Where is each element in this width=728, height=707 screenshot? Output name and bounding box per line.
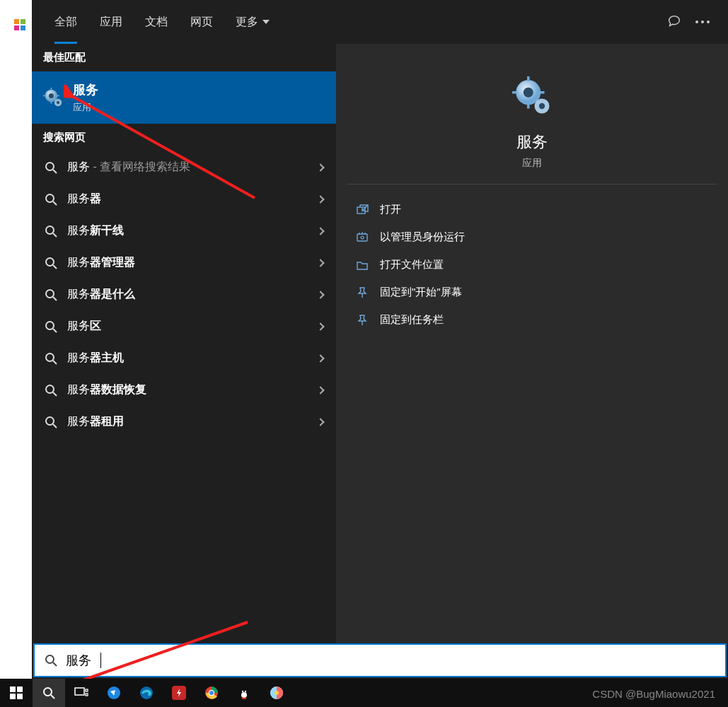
suggestion-text: 服务区 [67,319,308,334]
svg-point-4 [695,21,698,23]
text-cursor [100,653,101,668]
svg-rect-0 [14,19,19,24]
svg-point-43 [361,236,364,239]
chevron-right-icon [316,227,324,235]
options-button[interactable] [688,8,717,36]
web-suggestion-item[interactable]: 服务器 [32,183,336,215]
svg-rect-9 [51,88,52,90]
tab-documents[interactable]: 文档 [134,0,179,44]
search-icon [45,352,57,365]
svg-point-44 [46,655,54,663]
best-match-item[interactable]: 服务 应用 [32,71,336,124]
taskbar-app-edge[interactable] [130,679,163,707]
chevron-right-icon [316,322,324,330]
suggestion-text: 服务 - 查看网络搜索结果 [67,160,308,175]
svg-rect-2 [14,25,19,30]
web-suggestion-item[interactable]: 服务新干线 [32,215,336,247]
search-icon [45,288,57,301]
search-icon [45,416,57,428]
tab-more[interactable]: 更多 [224,0,281,44]
svg-rect-50 [10,694,16,699]
svg-line-20 [53,233,57,237]
start-button[interactable] [0,679,33,707]
search-filter-tabs: 全部 应用 文档 网页 更多 [32,0,728,44]
section-best-match-header: 最佳匹配 [32,44,336,71]
svg-point-65 [242,691,243,692]
pin-icon [356,314,369,327]
action-label: 打开 [380,203,401,216]
svg-rect-51 [17,694,23,699]
svg-point-31 [46,417,54,425]
search-input-box[interactable]: 服务 [33,643,727,677]
task-view-button[interactable] [65,679,98,707]
svg-rect-48 [10,686,16,692]
web-suggestion-item[interactable]: 服务区 [32,310,336,342]
web-suggestion-item[interactable]: 服务器租用 [32,406,336,438]
feedback-button[interactable] [660,8,688,36]
chevron-right-icon [316,163,324,171]
svg-rect-55 [86,689,88,691]
action-open-file-location[interactable]: 打开文件位置 [347,251,717,279]
search-icon [45,320,57,333]
action-pin-to-taskbar[interactable]: 固定到任务栏 [347,306,717,334]
web-suggestion-item[interactable]: 服务器数据恢复 [32,374,336,406]
taskbar-search-button[interactable] [33,679,65,707]
tab-label: 更多 [236,15,258,30]
background-app-icon [13,18,27,32]
pin-icon [356,286,369,299]
taskbar-app-dingtalk[interactable] [98,679,130,707]
open-icon [356,204,369,216]
search-icon [45,384,57,397]
svg-rect-12 [57,95,59,97]
suggestion-text: 服务新干线 [67,223,308,238]
web-suggestion-item[interactable]: 服务 - 查看网络搜索结果 [32,151,336,183]
folder-location-icon [356,259,369,271]
svg-point-29 [46,385,54,393]
svg-line-22 [53,265,57,269]
svg-point-15 [46,163,54,170]
results-list: 最佳匹配 服务 应用 搜索网页 服务 - 查看网络搜索结果 服务器 [32,44,336,643]
taskbar-app-qq[interactable] [228,679,260,707]
suggestion-text: 服务器主机 [67,351,308,366]
svg-point-23 [46,290,54,298]
background-window-strip [0,0,32,679]
svg-point-25 [46,322,54,329]
svg-point-40 [539,103,545,109]
suggestion-text: 服务器是什么 [67,287,308,302]
web-suggestion-item[interactable]: 服务器管理器 [32,247,336,279]
tab-web[interactable]: 网页 [179,0,224,44]
search-icon [45,193,57,206]
svg-rect-10 [51,101,52,104]
taskbar-app-browser[interactable] [260,679,293,707]
detail-pane: 服务 应用 打开 以管理员身份运行 打开文件位置 固定到"开始 [336,44,728,643]
search-icon [45,654,57,667]
tab-all[interactable]: 全部 [43,0,88,44]
web-suggestion-item[interactable]: 服务器是什么 [32,279,336,310]
svg-point-66 [245,691,246,692]
taskbar-app-chrome[interactable] [195,679,228,707]
best-match-subtitle: 应用 [73,101,98,114]
svg-point-64 [241,692,247,698]
svg-rect-38 [540,91,545,94]
tab-apps[interactable]: 应用 [88,0,134,44]
svg-line-45 [53,662,57,666]
svg-line-26 [53,329,57,332]
action-open[interactable]: 打开 [347,196,717,223]
svg-line-32 [53,424,57,428]
chevron-right-icon [316,195,324,203]
svg-rect-11 [43,95,46,97]
chevron-right-icon [316,259,324,267]
tab-label: 应用 [100,15,122,30]
action-run-as-admin[interactable]: 以管理员身份运行 [347,223,717,251]
chevron-right-icon [316,291,324,298]
svg-rect-35 [527,76,530,81]
chevron-right-icon [316,354,324,362]
web-suggestion-item[interactable]: 服务器主机 [32,342,336,374]
taskbar-app-flash[interactable] [163,679,195,707]
action-label: 固定到任务栏 [380,313,444,327]
action-pin-to-start[interactable]: 固定到"开始"屏幕 [347,279,717,306]
suggestion-text: 服务器数据恢复 [67,382,308,397]
action-label: 打开文件位置 [380,258,444,271]
svg-point-19 [46,226,54,234]
svg-line-30 [53,392,57,396]
